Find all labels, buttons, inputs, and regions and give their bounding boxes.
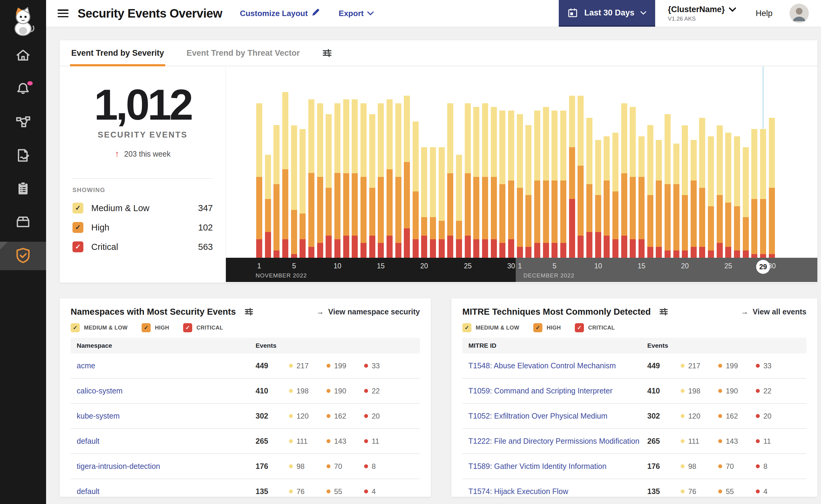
- event-trend-chart[interactable]: 151015202530NOVEMBER 2022151015202530DEC…: [226, 66, 817, 282]
- stacked-bar-day[interactable]: [413, 121, 419, 258]
- stacked-bar-day[interactable]: [577, 96, 583, 258]
- sidebar-item-home[interactable]: [0, 39, 46, 73]
- stacked-bar-day[interactable]: [665, 114, 671, 258]
- stacked-bar-day[interactable]: [300, 129, 306, 258]
- stacked-bar-day[interactable]: [317, 103, 323, 258]
- cluster-selector[interactable]: {ClusterName} V1.26 AKS: [668, 5, 736, 22]
- stacked-bar-day[interactable]: [534, 111, 540, 258]
- stacked-bar-day[interactable]: [734, 136, 740, 258]
- row-name-link[interactable]: T1574: Hijack Execution Flow: [468, 487, 647, 496]
- filter-sliders-icon[interactable]: [244, 307, 254, 316]
- severity-checkbox[interactable]: ✓: [462, 323, 471, 332]
- row-name-link[interactable]: calico-system: [77, 386, 256, 395]
- stacked-bar-day[interactable]: [551, 111, 557, 258]
- tab-event-trend-by-severity[interactable]: Event Trend by Severity: [71, 40, 164, 66]
- filter-chip-critical[interactable]: ✓CRITICAL: [183, 323, 223, 332]
- stacked-bar-day[interactable]: [543, 107, 549, 258]
- severity-checkbox[interactable]: ✓: [141, 323, 151, 332]
- stacked-bar-day[interactable]: [656, 140, 662, 258]
- current-day-badge[interactable]: 29: [756, 260, 770, 274]
- row-name-link[interactable]: default: [77, 437, 256, 446]
- stacked-bar-day[interactable]: [743, 147, 749, 258]
- stacked-bar-day[interactable]: [352, 99, 358, 258]
- stacked-bar-day[interactable]: [639, 136, 645, 258]
- calico-cat-logo[interactable]: [0, 0, 46, 39]
- row-name-link[interactable]: tigera-intrusion-detection: [77, 462, 256, 471]
- stacked-bar-day[interactable]: [395, 103, 401, 258]
- user-avatar[interactable]: [789, 4, 809, 23]
- stacked-bar-day[interactable]: [673, 144, 680, 258]
- stacked-bar-day[interactable]: [586, 118, 592, 258]
- stacked-bar-day[interactable]: [326, 114, 332, 258]
- row-name-link[interactable]: T1548: Abuse Elevation Control Mechanism: [468, 361, 647, 370]
- row-name-link[interactable]: T1052: Exfiltration Over Physical Medium: [468, 412, 647, 420]
- severity-checkbox[interactable]: ✓: [533, 323, 542, 332]
- stacked-bar-day[interactable]: [691, 140, 697, 258]
- sidebar-item-inventory[interactable]: [0, 206, 46, 239]
- filter-chip-medium-low[interactable]: ✓MEDIUM & LOW: [71, 323, 128, 332]
- stacked-bar-day[interactable]: [517, 114, 523, 258]
- severity-checkbox[interactable]: ✓: [72, 203, 83, 214]
- stacked-bar-day[interactable]: [361, 103, 367, 258]
- stacked-bar-day[interactable]: [725, 133, 731, 258]
- severity-checkbox[interactable]: ✓: [183, 323, 192, 332]
- export-dropdown[interactable]: Export: [339, 9, 374, 18]
- sidebar-item-service-graph[interactable]: [0, 106, 46, 139]
- severity-checkbox[interactable]: ✓: [72, 222, 83, 233]
- severity-checkbox[interactable]: ✓: [71, 323, 80, 332]
- stacked-bar-day[interactable]: [560, 111, 566, 258]
- date-range-button[interactable]: Last 30 Days: [559, 0, 655, 27]
- row-name-link[interactable]: T1059: Command and Scripting Interpreter: [468, 386, 647, 395]
- stacked-bar-day[interactable]: [387, 99, 393, 258]
- stacked-bar-day[interactable]: [369, 114, 375, 258]
- stacked-bar-day[interactable]: [603, 136, 610, 258]
- stacked-bar-day[interactable]: [708, 136, 714, 258]
- filter-chip-medium-low[interactable]: ✓MEDIUM & LOW: [462, 323, 519, 332]
- stacked-bar-day[interactable]: [430, 147, 436, 258]
- stacked-bar-day[interactable]: [465, 103, 471, 258]
- stacked-bar-day[interactable]: [256, 103, 262, 258]
- sidebar-item-threat-defense[interactable]: [0, 242, 46, 270]
- stacked-bar-day[interactable]: [682, 125, 688, 258]
- stacked-bar-day[interactable]: [630, 107, 636, 258]
- stacked-bar-day[interactable]: [404, 96, 410, 258]
- stacked-bar-day[interactable]: [769, 118, 775, 258]
- stacked-bar-day[interactable]: [265, 155, 271, 258]
- filter-sliders-icon[interactable]: [659, 307, 668, 316]
- stacked-bar-day[interactable]: [439, 147, 445, 258]
- stacked-bar-day[interactable]: [343, 99, 349, 258]
- filter-chip-high[interactable]: ✓HIGH: [533, 323, 561, 332]
- row-name-link[interactable]: T1589: Gather Victim Identity Informatio…: [468, 462, 647, 471]
- row-name-link[interactable]: default: [77, 487, 256, 496]
- sidebar-item-alerts[interactable]: [0, 73, 46, 106]
- stacked-bar-day[interactable]: [699, 118, 705, 258]
- stacked-bar-day[interactable]: [499, 111, 505, 258]
- row-name-link[interactable]: kube-system: [77, 412, 256, 420]
- stacked-bar-day[interactable]: [717, 125, 723, 258]
- sidebar-item-compliance[interactable]: [0, 173, 46, 206]
- stacked-bar-day[interactable]: [569, 96, 575, 258]
- filter-chip-high[interactable]: ✓HIGH: [141, 323, 169, 332]
- filter-chip-critical[interactable]: ✓CRITICAL: [575, 323, 615, 332]
- customize-layout-link[interactable]: Customize Layout: [240, 8, 320, 19]
- stacked-bar-day[interactable]: [751, 129, 757, 258]
- stacked-bar-day[interactable]: [378, 103, 384, 258]
- stacked-bar-day[interactable]: [291, 125, 297, 258]
- stacked-bar-day[interactable]: [595, 140, 601, 258]
- view-namespace-security-link[interactable]: → View namespace security: [317, 307, 420, 316]
- view-all-events-link[interactable]: → View all events: [741, 307, 806, 316]
- row-name-link[interactable]: acme: [77, 361, 256, 370]
- stacked-bar-day[interactable]: [421, 147, 427, 258]
- stacked-bar-day[interactable]: [308, 99, 314, 258]
- chart-time-axis[interactable]: 151015202530NOVEMBER 2022151015202530DEC…: [226, 258, 817, 282]
- stacked-bar-day[interactable]: [282, 92, 288, 258]
- stacked-bar-day[interactable]: [647, 125, 653, 258]
- tab-event-trend-by-threat-vector[interactable]: Event Trend by Threat Vector: [186, 40, 300, 66]
- stacked-bar-day[interactable]: [491, 107, 497, 258]
- stacked-bar-day[interactable]: [473, 107, 479, 258]
- stacked-bar-day[interactable]: [508, 111, 514, 258]
- stacked-bar-day[interactable]: [274, 125, 280, 258]
- chart-settings-sliders-icon[interactable]: [322, 48, 332, 58]
- severity-checkbox[interactable]: ✓: [72, 241, 83, 252]
- stacked-bar-day[interactable]: [447, 103, 453, 258]
